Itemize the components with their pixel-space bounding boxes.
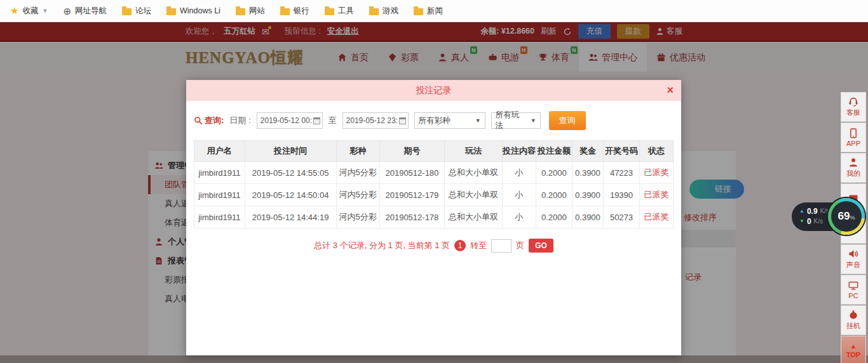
go-button[interactable]: GO [529, 239, 553, 253]
bookmark-folder-label: 银行 [294, 6, 309, 16]
service-icon [848, 96, 858, 107]
toolbar-label: TOP [846, 351, 860, 359]
table-header-cell: 投注内容 [502, 141, 536, 162]
toolbar-item-我的[interactable]: 我的 [841, 153, 866, 183]
bookmarks-bar: ★ 收藏 ▼ ⊕ 网址导航 论坛Windows Li网站银行工具游戏新闻 [0, 0, 868, 22]
table-header-cell: 投注金额 [536, 141, 573, 162]
chevron-down-icon: ▼ [475, 117, 481, 124]
modal-header: 投注记录 × [186, 80, 681, 101]
date-label: 日期 : [229, 115, 250, 126]
folder-icon [236, 8, 245, 15]
pagination: 总计 3 个记录, 分为 1 页, 当前第 1 页 1 转至 页 GO [186, 239, 681, 253]
table-cell: 总和大小单双 [445, 184, 503, 206]
table-cell: jimbird1911 [194, 206, 245, 228]
folder-icon [325, 8, 334, 15]
calendar-icon[interactable] [399, 117, 406, 124]
date-from-input[interactable] [257, 113, 322, 128]
calendar-icon[interactable] [313, 117, 320, 124]
toolbar-item-声音[interactable]: 声音 [841, 244, 866, 274]
download-arrow-icon: ▼ [799, 216, 804, 227]
toolbar-item-客服[interactable]: 客服 [841, 92, 866, 122]
bet-records-table: 用户名投注时间彩种期号玩法投注内容投注金额奖金开奖号码状态 jimbird191… [194, 140, 674, 228]
page-1-button[interactable]: 1 [454, 240, 466, 251]
table-cell: 19390 [604, 184, 640, 206]
toolbar-item-APP[interactable]: APP [841, 122, 866, 152]
table-cell: 河内5分彩 [336, 184, 379, 206]
lottery-type-select[interactable]: 所有彩种▼ [414, 112, 485, 129]
date-from-field[interactable] [257, 112, 323, 129]
goto-page-input[interactable] [491, 239, 512, 253]
query-label: 查询: [194, 115, 224, 126]
toolbar-label: 客服 [846, 108, 860, 117]
folder-icon [122, 8, 132, 15]
table-header-cell: 玩法 [445, 141, 503, 162]
folder-icon [369, 8, 379, 15]
table-cell: 47223 [604, 162, 640, 184]
screen: ★ 收藏 ▼ ⊕ 网址导航 论坛Windows Li网站银行工具游戏新闻 欢迎您… [0, 0, 868, 363]
table-cell: jimbird1911 [194, 162, 245, 184]
pc-icon [848, 280, 858, 291]
table-header-row: 用户名投注时间彩种期号玩法投注内容投注金额奖金开奖号码状态 [194, 141, 674, 162]
table-row: jimbird19112019-05-12 14:55:05河内5分彩20190… [194, 162, 674, 184]
table-cell: 已派奖 [639, 206, 673, 228]
table-cell: 总和大小单双 [445, 206, 503, 228]
play-type-select[interactable]: 所有玩法▼ [491, 112, 541, 129]
speed-ring[interactable]: 69 % [828, 198, 865, 235]
toolbar-label: 我的 [846, 169, 860, 178]
bookmark-folder-label: Windows Li [180, 6, 220, 15]
chevron-down-icon: ▼ [42, 8, 48, 14]
goto-label: 转至 [470, 240, 487, 251]
date-to-field[interactable] [342, 112, 409, 129]
bookmark-folder[interactable]: 网站 [236, 6, 265, 16]
bookmark-folder[interactable]: 论坛 [122, 6, 151, 16]
bookmark-folder[interactable]: 新闻 [414, 6, 443, 16]
bookmark-folder[interactable]: Windows Li [166, 6, 220, 16]
to-label: 至 [329, 115, 337, 126]
upload-speed: 0.9 [807, 206, 818, 216]
table-cell: 20190512-178 [379, 206, 444, 228]
table-cell: 总和大小单双 [445, 162, 503, 184]
toolbar-item-挂机[interactable]: 挂机 [841, 305, 866, 335]
table-header-cell: 状态 [639, 141, 673, 162]
search-icon [194, 116, 203, 125]
toolbar-label: PC [848, 292, 858, 300]
modal-title: 投注记录 [186, 80, 681, 101]
favorites-menu[interactable]: ★ 收藏 ▼ [10, 5, 48, 16]
table-cell: 0.3900 [572, 206, 603, 228]
table-cell: 2019-05-12 14:55:05 [245, 162, 336, 184]
bookmark-folder[interactable]: 银行 [280, 6, 309, 16]
page-unit-label: 页 [516, 240, 524, 251]
table-cell: 小 [502, 206, 536, 228]
table-cell: 2019-05-12 14:50:04 [245, 184, 336, 206]
bet-records-modal: 投注记录 × 查询: 日期 : 至 所有彩种▼ [186, 80, 681, 355]
table-cell: jimbird1911 [194, 184, 245, 206]
table-cell: 0.2000 [536, 206, 573, 228]
toolbar-label: APP [846, 140, 860, 147]
globe-icon: ⊕ [63, 6, 71, 16]
table-cell: 20190512-180 [379, 162, 444, 184]
query-button[interactable]: 查询 [549, 111, 586, 130]
table-cell: 0.2000 [536, 184, 573, 206]
date-to-input[interactable] [343, 113, 408, 128]
close-icon[interactable]: × [667, 80, 674, 101]
filter-row: 查询: 日期 : 至 所有彩种▼ 所有玩法▼ 查询 [194, 111, 674, 130]
toolbar-item-PC[interactable]: PC [841, 275, 866, 305]
table-cell: 小 [502, 162, 536, 184]
table-cell: 小 [502, 184, 536, 206]
bookmark-folder[interactable]: 游戏 [369, 6, 398, 16]
arrow-up-icon: ▲ [850, 343, 857, 350]
download-speed: 0 [807, 216, 811, 227]
bookmark-folder-label: 论坛 [135, 6, 151, 16]
table-header-cell: 奖金 [572, 141, 603, 162]
speed-percent: 69 [838, 210, 850, 223]
person-icon [848, 157, 858, 168]
bookmark-folders: 论坛Windows Li网站银行工具游戏新闻 [122, 6, 443, 16]
bookmark-folder-label: 新闻 [427, 6, 443, 16]
table-cell: 已派奖 [639, 162, 673, 184]
back-to-top-button[interactable]: ▲TOP [841, 336, 866, 363]
table-cell: 2019-05-12 14:44:19 [245, 206, 336, 228]
bookmark-nav-site[interactable]: ⊕ 网址导航 [63, 6, 107, 16]
star-icon: ★ [10, 5, 18, 16]
bookmark-folder[interactable]: 工具 [325, 6, 354, 16]
table-cell: 0.2000 [536, 162, 573, 184]
